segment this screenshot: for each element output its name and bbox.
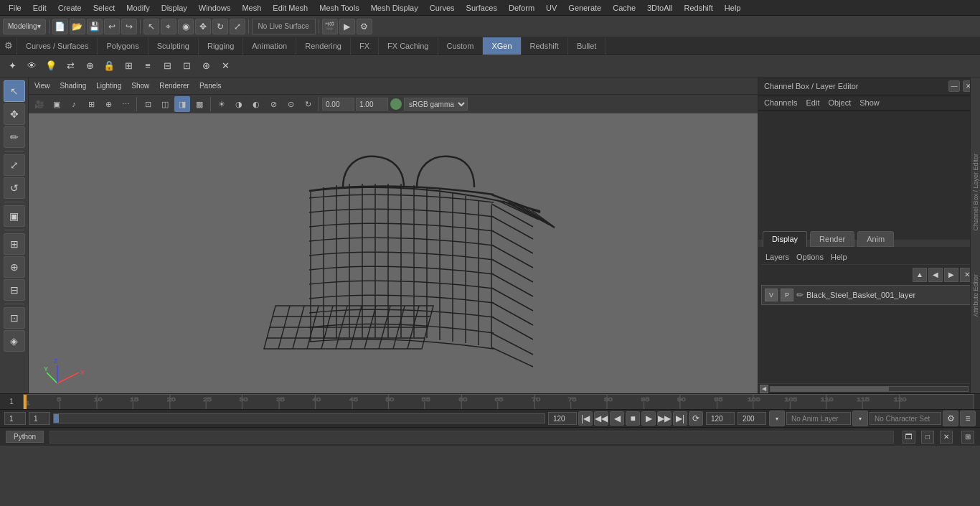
menu-help[interactable]: Help bbox=[719, 2, 747, 14]
anim-layer-down-btn[interactable]: ▾ bbox=[769, 411, 785, 426]
vp-menu-panels[interactable]: Panels bbox=[197, 80, 225, 91]
paint-select-btn[interactable]: ◉ bbox=[178, 19, 194, 34]
layer-add-btn[interactable]: ▲ bbox=[913, 268, 927, 282]
play-back-btn[interactable]: ◀ bbox=[610, 411, 624, 426]
sub-icon-lattice[interactable]: ⊡ bbox=[177, 57, 196, 75]
sub-icon-snap[interactable]: 🔒 bbox=[100, 57, 118, 75]
lasso-select-btn[interactable]: ⌖ bbox=[161, 19, 176, 34]
vp-audio-icon[interactable]: ♪ bbox=[66, 96, 82, 112]
menu-mesh-display[interactable]: Mesh Display bbox=[365, 2, 424, 14]
script-input[interactable] bbox=[50, 431, 894, 444]
options-menu[interactable]: Options bbox=[796, 253, 824, 261]
anim-layer-down-btn2[interactable]: ▾ bbox=[852, 411, 868, 426]
menu-windows[interactable]: Windows bbox=[193, 2, 237, 14]
sub-icon-transform[interactable]: ⇄ bbox=[61, 57, 80, 75]
scrub-bar[interactable] bbox=[53, 413, 545, 423]
vp-coord-y[interactable] bbox=[356, 98, 388, 111]
vp-refresh-icon[interactable]: ↻ bbox=[300, 96, 316, 112]
step-back-btn[interactable]: ◀◀ bbox=[594, 411, 608, 426]
tab-custom[interactable]: Custom bbox=[438, 37, 484, 55]
sub-icon-pivot[interactable]: ⊕ bbox=[80, 57, 99, 75]
rotate-left-tool[interactable]: ↺ bbox=[4, 177, 25, 199]
vp-film-icon[interactable]: ▣ bbox=[49, 96, 65, 112]
sub-icon-camera[interactable]: 👁 bbox=[22, 57, 41, 75]
tab-curves-surfaces[interactable]: Curves / Surfaces bbox=[17, 37, 98, 55]
channels-menu[interactable]: Channels bbox=[764, 98, 797, 107]
mode-selector[interactable]: Modeling ▾ bbox=[3, 19, 46, 34]
redo-btn[interactable]: ↪ bbox=[121, 19, 137, 34]
vp-fog-icon[interactable]: ⊘ bbox=[265, 96, 281, 112]
edit-menu[interactable]: Edit bbox=[806, 98, 819, 107]
snap-subtract-tool[interactable]: ⊟ bbox=[4, 279, 25, 301]
vp-bookmark-icon[interactable]: ⊞ bbox=[83, 96, 99, 112]
sub-icon-delete[interactable]: ✕ bbox=[216, 57, 235, 75]
vp-ao-icon[interactable]: ◐ bbox=[248, 96, 264, 112]
ipr-render-btn[interactable]: ▶ bbox=[339, 19, 355, 34]
open-file-btn[interactable]: 📂 bbox=[70, 19, 85, 34]
vp-dots-icon[interactable]: ⋯ bbox=[118, 96, 133, 112]
vp-color-profile[interactable]: sRGB gamma bbox=[404, 98, 468, 111]
scroll-left-btn[interactable]: ◀ bbox=[760, 385, 768, 393]
frame-count-field[interactable]: 120 bbox=[548, 412, 577, 425]
transform-tool[interactable]: ✥ bbox=[4, 103, 25, 125]
sub-icon-xgen[interactable]: ✦ bbox=[3, 57, 22, 75]
menu-edit-mesh[interactable]: Edit Mesh bbox=[267, 2, 314, 14]
tab-bullet[interactable]: Bullet bbox=[568, 37, 606, 55]
go-start-btn[interactable]: |◀ bbox=[578, 411, 593, 426]
panel-collapse-btn[interactable]: — bbox=[948, 80, 960, 92]
anim-end-field[interactable]: 120 bbox=[706, 412, 735, 425]
viewport-canvas[interactable]: persp X Y Z bbox=[29, 113, 758, 393]
layer-item[interactable]: V P ✏ Black_Steel_Basket_001_layer bbox=[761, 285, 977, 305]
live-surface-btn[interactable]: No Live Surface bbox=[252, 19, 316, 34]
menu-generate[interactable]: Generate bbox=[562, 2, 607, 14]
select-tool[interactable]: ↖ bbox=[4, 80, 25, 102]
tab-anim[interactable]: Anim bbox=[857, 231, 894, 247]
layer-down-btn[interactable]: ▶ bbox=[944, 268, 958, 282]
layer-visibility-btn[interactable]: V bbox=[765, 289, 778, 301]
menu-uv[interactable]: UV bbox=[540, 2, 562, 14]
show-manip-tool[interactable]: ▣ bbox=[4, 205, 25, 227]
sub-icon-joints[interactable]: ⊞ bbox=[119, 57, 138, 75]
attribute-editor-label[interactable]: Attribute Editor bbox=[972, 274, 979, 317]
menu-redshift[interactable]: Redshift bbox=[678, 2, 718, 14]
tab-polygons[interactable]: Polygons bbox=[98, 37, 148, 55]
render-settings-btn[interactable]: ⚙ bbox=[357, 19, 372, 34]
tab-xgen[interactable]: XGen bbox=[483, 37, 521, 55]
menu-display[interactable]: Display bbox=[156, 2, 193, 14]
menu-modify[interactable]: Modify bbox=[121, 2, 155, 14]
help-menu[interactable]: Help bbox=[831, 253, 847, 261]
mode-settings-btn[interactable]: ⚙ bbox=[0, 37, 17, 55]
layers-scrollbar[interactable]: ◀ ▶ bbox=[758, 383, 980, 393]
layer-up-btn[interactable]: ◀ bbox=[928, 268, 943, 282]
paint-tool[interactable]: ✏ bbox=[4, 126, 25, 148]
play-forward-btn[interactable]: ▶ bbox=[641, 411, 656, 426]
vp-shading-icon[interactable]: ◨ bbox=[174, 96, 190, 112]
frame-input-field[interactable]: 1 bbox=[29, 412, 50, 425]
scrollbar-thumb[interactable] bbox=[771, 387, 889, 391]
vp-menu-renderer[interactable]: Renderer bbox=[156, 80, 192, 91]
viewport[interactable]: View Shading Lighting Show Renderer Pane… bbox=[29, 78, 758, 393]
vp-menu-shading[interactable]: Shading bbox=[57, 80, 90, 91]
window-restore-btn[interactable]: □ bbox=[921, 431, 934, 444]
menu-file[interactable]: File bbox=[3, 2, 27, 14]
menu-deform[interactable]: Deform bbox=[503, 2, 540, 14]
tab-render[interactable]: Render bbox=[810, 231, 854, 247]
menu-select[interactable]: Select bbox=[88, 2, 121, 14]
render-btn[interactable]: 🎬 bbox=[322, 19, 338, 34]
xray-tool[interactable]: ◈ bbox=[4, 330, 25, 352]
vp-shadows-icon[interactable]: ◑ bbox=[231, 96, 247, 112]
vp-dof-icon[interactable]: ⊙ bbox=[283, 96, 298, 112]
script-expand-btn[interactable]: ⊞ bbox=[961, 431, 974, 444]
layers-menu[interactable]: Layers bbox=[765, 253, 789, 261]
vp-wireframe-icon[interactable]: ◫ bbox=[157, 96, 173, 112]
show-menu[interactable]: Show bbox=[859, 98, 880, 107]
vp-grid-icon[interactable]: ⊡ bbox=[140, 96, 156, 112]
char-set-settings-btn[interactable]: ⚙ bbox=[943, 411, 958, 426]
go-end-btn[interactable]: ▶| bbox=[673, 411, 687, 426]
vp-menu-lighting[interactable]: Lighting bbox=[93, 80, 124, 91]
vp-texture-icon[interactable]: ▩ bbox=[192, 96, 207, 112]
menu-cache[interactable]: Cache bbox=[607, 2, 641, 14]
scale-tool-btn[interactable]: ⤢ bbox=[230, 19, 245, 34]
scrollbar-track[interactable] bbox=[770, 386, 969, 392]
python-tab[interactable]: Python bbox=[6, 431, 44, 443]
